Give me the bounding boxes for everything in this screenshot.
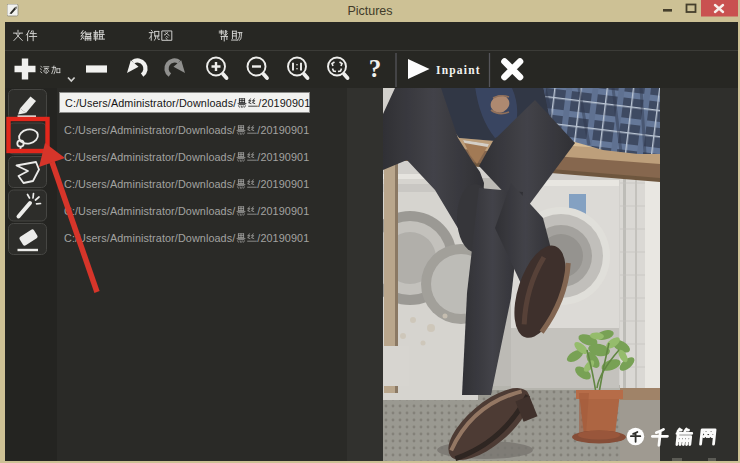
svg-text:Inpaint: Inpaint xyxy=(436,63,481,76)
svg-text:?: ? xyxy=(369,55,382,82)
